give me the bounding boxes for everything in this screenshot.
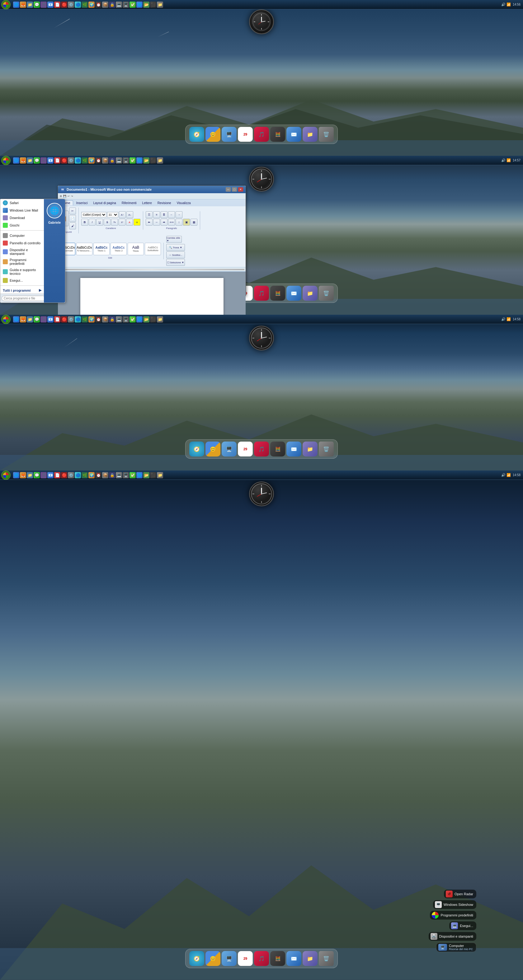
tb2-17[interactable]: 🖥️ [123, 158, 129, 164]
tb3-17[interactable]: 🖥️ [123, 316, 129, 323]
taskbar-icon-15[interactable]: 🔒 [109, 2, 115, 8]
strikethrough-btn[interactable]: S̶ [104, 219, 111, 226]
tb3-18[interactable]: ✅ [130, 316, 136, 323]
tb2-21[interactable]: ⬛ [150, 158, 156, 164]
dock-calc-2[interactable]: 🧮 [270, 286, 285, 301]
style-title2[interactable]: AaBbCc Titolo 2 [111, 243, 127, 255]
taskbar-icon-11[interactable]: 🌿 [82, 2, 88, 8]
start-menu-item-livemail[interactable]: Windows Live Mail [0, 207, 44, 214]
numbering-btn[interactable]: ≡ [153, 211, 160, 218]
style-title1[interactable]: AaBbCc Titolo 1 [94, 243, 109, 255]
context-item-defaultprog[interactable]: Programmi predefiniti [430, 911, 476, 920]
word-minimize-btn[interactable]: ─ [226, 187, 231, 192]
tb2-12[interactable]: 🌍 [89, 158, 95, 164]
style-no-spacing[interactable]: AaBbCcDx ¶ Nessuno... [76, 243, 92, 255]
dock-mail-4[interactable]: ✉️ [287, 951, 301, 966]
dock-finder2-1[interactable]: 🖥️ [222, 127, 236, 142]
tb2-19[interactable]: 🌐 [136, 158, 143, 164]
dock-calendar-3[interactable]: 29 [238, 442, 253, 457]
taskbar-icon-12[interactable]: 🌍 [89, 2, 95, 8]
tb3-9[interactable]: ⚙️ [68, 316, 74, 323]
dock-finder2-3[interactable]: 🖥️ [222, 442, 236, 457]
taskbar-icon-14[interactable]: 📦 [102, 2, 108, 8]
context-item-sideshow[interactable]: 🖥️ Windows Sideshow [433, 900, 476, 909]
start-button-2[interactable] [1, 156, 11, 165]
tb2-5[interactable]: 🎵 [40, 158, 47, 164]
dock-trash-4[interactable]: 🗑️ [319, 951, 334, 966]
tb4-18[interactable]: ✅ [130, 472, 136, 478]
dock-folder-3[interactable]: 📁 [303, 442, 317, 457]
taskbar-icon-6[interactable]: 📧 [47, 2, 54, 8]
taskbar-icon-16[interactable]: 💻 [116, 2, 122, 8]
start-menu-item-control[interactable]: Pannello di controllo [0, 239, 44, 247]
tb3-12[interactable]: 🌍 [89, 316, 95, 323]
tb2-14[interactable]: 📦 [102, 158, 108, 164]
taskbar-icon-5[interactable]: 🎵 [40, 2, 47, 8]
style-subtitle[interactable]: AaBbCc Sottotitolo [145, 243, 161, 255]
start-button-4[interactable] [1, 471, 11, 480]
font-grow-btn[interactable]: A↑ [119, 211, 126, 218]
underline-btn[interactable]: U [96, 219, 103, 226]
start-button-3[interactable] [1, 315, 11, 324]
word-undo-quick[interactable]: ↩ [68, 195, 70, 197]
indent-dec-btn[interactable]: ← [168, 211, 175, 218]
tb2-10[interactable]: 🔵 [75, 158, 81, 164]
shading-btn[interactable]: ▣ [183, 219, 190, 226]
tb3-3[interactable]: 📁 [27, 316, 33, 323]
dock-safari-4[interactable]: 🧭 [189, 951, 204, 966]
start-menu-item-computer[interactable]: Computer [0, 232, 44, 239]
bullets-btn[interactable]: ☰ [146, 211, 152, 218]
dock-finder-1[interactable]: 😊 [206, 127, 220, 142]
tb2-11[interactable]: 🌿 [82, 158, 88, 164]
tb3-7[interactable]: 📄 [54, 316, 60, 323]
style-title[interactable]: AaB Titolo [128, 243, 144, 255]
start-menu-item-devices[interactable]: Dispositivi e stampanti [0, 247, 44, 257]
dock-folder-2[interactable]: 📁 [303, 286, 317, 301]
font-family-select[interactable]: Calibri (Corpo) [81, 212, 106, 218]
start-menu-item-download[interactable]: Download [0, 214, 44, 221]
context-item-devices[interactable]: 🖨️ Dispositivi e stampanti [429, 932, 476, 941]
tb3-22[interactable]: 📁 [157, 316, 163, 323]
tb4-10[interactable]: 🔵 [75, 472, 81, 478]
dock-trash-3[interactable]: 🗑️ [319, 442, 334, 457]
taskbar-icon-ff-1[interactable]: 🦊 [20, 2, 26, 8]
tb4-19[interactable]: 🌐 [136, 472, 143, 478]
word-tab-insert[interactable]: Inserisci [74, 200, 90, 205]
dock-finder2-4[interactable]: 🖥️ [222, 951, 236, 966]
taskbar-icon-ie-1[interactable]: 🌐 [13, 2, 19, 8]
tb4-14[interactable]: 📦 [102, 472, 108, 478]
dock-safari-3[interactable]: 🧭 [189, 442, 204, 457]
taskbar-icon-17[interactable]: 🖥️ [123, 2, 129, 8]
dock-trash-1[interactable]: 🗑️ [319, 127, 334, 142]
taskbar-icon-22[interactable]: 📁 [157, 2, 163, 8]
tb4-16[interactable]: 💻 [116, 472, 122, 478]
taskbar-icon-13[interactable]: ⏰ [95, 2, 101, 8]
highlight-btn[interactable]: H [133, 219, 140, 226]
start-menu-item-safari[interactable]: Safari [0, 199, 44, 207]
tb4-1[interactable]: 🌐 [13, 472, 19, 478]
word-tab-layout[interactable]: Layout di pagina [90, 200, 118, 205]
tb4-4[interactable]: 💬 [33, 472, 40, 478]
tb4-22[interactable]: 📁 [157, 472, 163, 478]
tb2-7[interactable]: 📄 [54, 158, 60, 164]
context-item-computer[interactable]: 🖥️ Computer Risorse del mio PC [436, 943, 476, 952]
taskbar-icon-7[interactable]: 📄 [54, 2, 60, 8]
dock-safari-1[interactable]: 🧭 [189, 127, 204, 142]
word-office-btn[interactable]: ⊞ [60, 195, 62, 197]
tb3-6[interactable]: 📧 [47, 316, 54, 323]
tb4-17[interactable]: 🖥️ [123, 472, 129, 478]
taskbar-icon-19[interactable]: 🌐 [136, 2, 143, 8]
tb3-11[interactable]: 🌿 [82, 316, 88, 323]
tb4-21[interactable]: ⬛ [150, 472, 156, 478]
change-style-btn[interactable]: Cambia stile ▼ [166, 236, 182, 243]
dock-folder-4[interactable]: 📁 [303, 951, 317, 966]
tb2-9[interactable]: ⚙️ [68, 158, 74, 164]
start-menu-item-help[interactable]: Guida e supporto tecnico [0, 267, 44, 277]
word-tab-review[interactable]: Revisione [155, 200, 174, 205]
tb3-8[interactable]: 🔴 [61, 316, 67, 323]
dock-calc-1[interactable]: 🧮 [270, 127, 285, 142]
dock-finder-4[interactable]: 😊 [206, 951, 220, 966]
dock-calc-3[interactable]: 🧮 [270, 442, 285, 457]
tb3-1[interactable]: 🌐 [13, 316, 19, 323]
multilevel-btn[interactable]: ≣ [161, 211, 168, 218]
